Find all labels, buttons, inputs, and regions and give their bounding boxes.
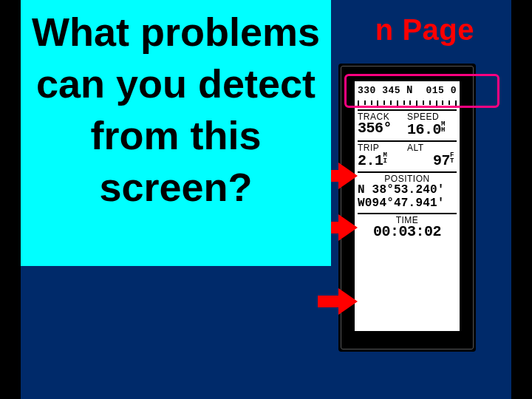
track-value: 356°: [358, 121, 407, 136]
alt-value: 97FT: [407, 152, 457, 168]
question-callout: What problems can you detect from this s…: [21, 0, 331, 266]
arrow-icon: [318, 288, 362, 315]
alt-label: ALT: [407, 143, 457, 152]
question-text: What problems can you detect from this s…: [21, 0, 331, 213]
page-title-fragment: n Page: [375, 13, 474, 47]
compass-north-marker: N: [406, 85, 413, 95]
compass-ticks: [358, 100, 457, 108]
compass-reading-right: 015 0: [426, 86, 457, 96]
slide-background: n Page 330 345 N 015 0 TRACK 356°: [21, 0, 511, 399]
position-lon: W094°47.941': [358, 197, 457, 210]
track-field: TRACK 356°: [358, 112, 407, 137]
speed-value: 16.0MH: [407, 121, 457, 137]
trip-value: 2.1MI: [358, 152, 407, 168]
compass-strip: 330 345 N 015 0: [358, 84, 457, 111]
gps-screen: 330 345 N 015 0 TRACK 356° SPEED 16.0MH: [355, 81, 460, 331]
speed-field: SPEED 16.0MH: [407, 112, 457, 137]
alt-field: ALT 97FT: [407, 143, 457, 168]
position-lat: N 38°53.240': [358, 183, 457, 197]
position-label: POSITION: [358, 174, 457, 183]
time-value: 00:03:02: [358, 225, 457, 239]
trip-alt-row: TRIP 2.1MI ALT 97FT: [358, 142, 457, 173]
track-speed-row: TRACK 356° SPEED 16.0MH: [358, 111, 457, 142]
compass-reading-left: 330 345: [358, 85, 400, 96]
time-row: TIME 00:03:02: [358, 214, 457, 242]
trip-label: TRIP: [358, 143, 407, 152]
position-row: POSITION N 38°53.240' W094°47.941': [358, 173, 457, 214]
speed-label: SPEED: [407, 112, 457, 121]
trip-field: TRIP 2.1MI: [358, 143, 407, 168]
